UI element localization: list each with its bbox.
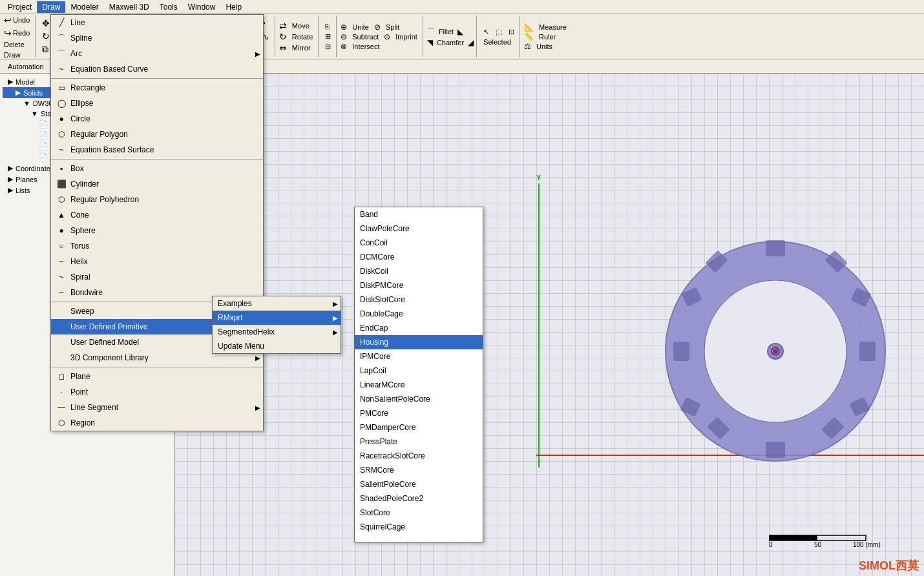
simol-logo: SIMOL西莫 (859, 558, 919, 573)
torus-icon: ○ (56, 241, 67, 251)
menu-point[interactable]: · Point (51, 384, 263, 400)
copy-button[interactable]: ⎘ (322, 22, 333, 31)
polygon-icon: ⬡ (56, 129, 67, 139)
menu-pmcore[interactable]: PMCore (355, 406, 483, 420)
menu-linearmcore[interactable]: LinearMCore (355, 378, 483, 392)
menu-box[interactable]: ▪ Box (51, 161, 263, 176)
menu-spline[interactable]: ⌒ Spline (51, 30, 263, 46)
menu-dcmcore[interactable]: DCMCore (355, 250, 483, 264)
pan-icon: ✥ (42, 18, 50, 28)
menu-plane[interactable]: ◻ Plane (51, 369, 263, 384)
menu-region[interactable]: ⬡ Region (51, 415, 263, 431)
udp-submenu: Examples ▶ RMxprt ▶ SegmentedHelix ▶ Upd… (212, 296, 341, 354)
menu-reg-polygon[interactable]: ⬡ Regular Polygon (51, 127, 263, 142)
menu-torus[interactable]: ○ Torus (51, 238, 263, 254)
units-button[interactable]: Units (534, 42, 555, 51)
offset-button[interactable]: ⊟ (322, 42, 333, 52)
rotate3d-button[interactable]: Rotate (289, 32, 315, 41)
menu-pressplate[interactable]: PressPlate (355, 435, 483, 449)
menu-maxwell3d[interactable]: Maxwell 3D (104, 1, 154, 13)
menu-window[interactable]: Window (183, 1, 221, 13)
menu-eq-surface[interactable]: ~ Equation Based Surface (51, 142, 263, 158)
rotate-icon: ↻ (42, 31, 50, 41)
menu-racetrackslotcore[interactable]: RacetrackSlotCore (355, 449, 483, 463)
menu-ipmcore[interactable]: IPMCore (355, 349, 483, 364)
menu-srmcore[interactable]: SRMCore (355, 463, 483, 477)
menu-more-items[interactable]: ... (355, 534, 483, 542)
motor-3d-view (646, 170, 905, 519)
menu-endcap[interactable]: EndCap (355, 321, 483, 335)
rmxprt-arrow: ▶ (333, 314, 338, 322)
menu-eq-curve[interactable]: ~ Equation Based Curve (51, 61, 263, 77)
menu-pmdampercore[interactable]: PMDamperCore (355, 420, 483, 435)
menu-shadedpolecore2[interactable]: ShadedPoleCore2 (355, 491, 483, 506)
undo-button[interactable]: ↩ Undo (1, 14, 32, 26)
menu-nonsalientpolecore[interactable]: NonSalientPoleCore (355, 392, 483, 406)
menu-band[interactable]: Band (355, 207, 483, 221)
spline-icon: ⌒ (56, 33, 67, 43)
draw-button[interactable]: Draw (1, 50, 32, 59)
bondwire-icon: ~ (56, 287, 67, 298)
select2-tool[interactable]: ⬚ (493, 27, 505, 37)
menu-cone[interactable]: ▲ Cone (51, 207, 263, 223)
menu-diskslotcore[interactable]: DiskSlotCore (355, 293, 483, 307)
chamfer-button[interactable]: Chamfer (434, 38, 467, 47)
menu-concoil[interactable]: ConCoil (355, 236, 483, 250)
menu-modeler[interactable]: Modeler (65, 1, 103, 13)
menu-lapcoil[interactable]: LapCoil (355, 364, 483, 378)
polyhedron-icon: ⬡ (56, 194, 67, 205)
menu-update-menu[interactable]: Update Menu (213, 339, 341, 353)
select3-tool[interactable]: ⊡ (506, 27, 517, 37)
menu-cylinder[interactable]: ⬛ Cylinder (51, 176, 263, 192)
menu-draw[interactable]: Draw (37, 1, 65, 13)
menu-help[interactable]: Help (220, 1, 247, 13)
menu-ellipse[interactable]: ◯ Ellipse (51, 96, 263, 111)
menu-tools[interactable]: Tools (154, 1, 183, 13)
menu-rectangle[interactable]: ▭ Rectangle (51, 80, 263, 96)
menu-diskpmcore[interactable]: DiskPMCore (355, 278, 483, 293)
subtract-button[interactable]: Subtract (350, 32, 381, 41)
menu-sep2 (51, 159, 263, 159)
region-icon: ⬡ (56, 418, 67, 428)
fillet-button[interactable]: Fillet (436, 27, 456, 36)
delete-button[interactable]: Delete (1, 40, 32, 49)
y-axis-label: Y (536, 174, 541, 181)
menu-helix[interactable]: ~ Helix (51, 254, 263, 269)
menu-housing[interactable]: Housing (355, 335, 483, 349)
sweep-icon (56, 306, 67, 316)
menu-slotcore[interactable]: SlotCore (355, 506, 483, 520)
unite-button[interactable]: Unite (350, 23, 372, 32)
array-button[interactable]: ⊞ (322, 32, 333, 41)
svg-text:100 (mm): 100 (mm) (853, 541, 881, 548)
ruler-button[interactable]: Ruler (536, 32, 558, 41)
svg-point-15 (773, 349, 778, 354)
menu-line[interactable]: ╱ Line (51, 15, 263, 30)
menu-salientpolecore[interactable]: SalientPoleCore (355, 477, 483, 491)
mirror-button[interactable]: Mirror (289, 43, 313, 52)
menu-squirrelcage[interactable]: SquirrelCage (355, 520, 483, 534)
menu-line-seg[interactable]: — Line Segment ▶ (51, 400, 263, 415)
menu-arc[interactable]: ⌒ Arc ▶ (51, 46, 263, 61)
imprint-button[interactable]: Imprint (393, 32, 420, 41)
3dcomp-icon (56, 353, 67, 363)
move-button[interactable]: Move (289, 21, 312, 30)
menu-spiral[interactable]: ~ Spiral (51, 269, 263, 285)
menu-project[interactable]: Project (3, 1, 37, 13)
line-seg-icon: — (56, 402, 67, 413)
menu-diskcoil[interactable]: DiskCoil (355, 264, 483, 278)
intersect-button[interactable]: Intersect (350, 42, 382, 51)
rmxprt-submenu: Band ClawPoleCore ConCoil DCMCore DiskCo… (354, 207, 483, 542)
measure-button[interactable]: Measure (536, 23, 569, 32)
menu-segmented-helix[interactable]: SegmentedHelix ▶ (213, 325, 341, 339)
menu-circle[interactable]: ● Circle (51, 111, 263, 127)
redo-button[interactable]: ↪ Redo (1, 27, 32, 39)
menu-rmxprt[interactable]: RMxprt ▶ (213, 311, 341, 325)
split-button[interactable]: Split (383, 23, 402, 32)
menu-sphere[interactable]: ● Sphere (51, 223, 263, 238)
menu-examples[interactable]: Examples ▶ (213, 296, 341, 311)
menu-reg-polyhedron[interactable]: ⬡ Regular Polyhedron (51, 192, 263, 207)
menu-doublecage[interactable]: DoubleCage (355, 307, 483, 321)
tab-automation[interactable]: Automation (3, 61, 49, 72)
menu-clawpolecore[interactable]: ClawPoleCore (355, 221, 483, 236)
select-tool[interactable]: ↖ (481, 27, 492, 37)
